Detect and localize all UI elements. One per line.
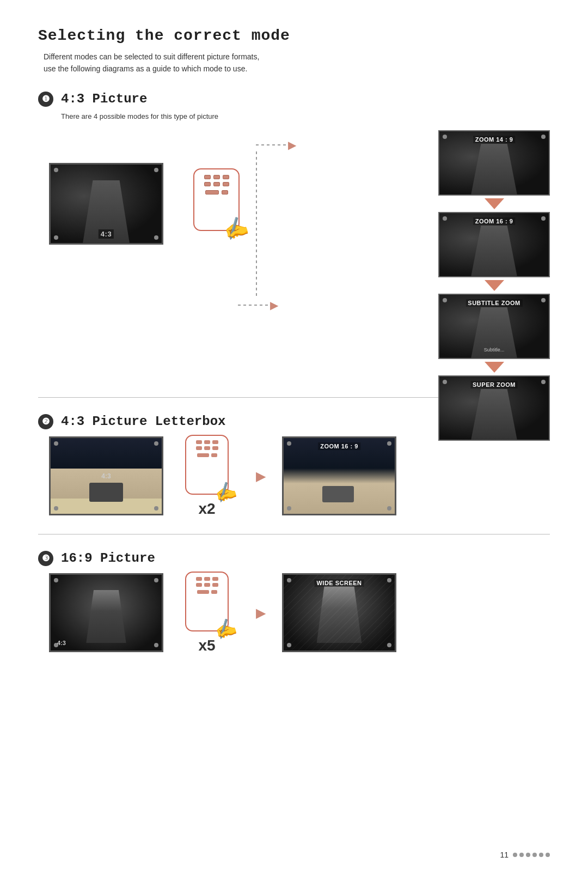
arrow-3 [485,362,504,373]
result-screen-2-main: ZOOM 16 : 9 [282,436,396,515]
arrow-right-2: ▶ [256,469,266,484]
section-1-header: ❶ 4:3 Picture [38,92,550,107]
page-number: 11 [500,850,509,859]
intro-text: Different modes can be selected to suit … [44,51,550,75]
section-3-remote: ✍ x5 [185,572,229,654]
section-3-title: 16:9 Picture [61,551,155,566]
source-screen-2: 4:3 [49,436,163,515]
section-2-content: 4:3 [49,435,550,518]
source-label-2: 4:3 [101,472,111,480]
source-label-3: 4:3 [57,640,66,646]
section-1-title: 4:3 Picture [61,92,147,106]
source-label-1: 4:3 [99,229,114,239]
section-3-number: ❸ [38,551,53,566]
arrow-1 [485,198,504,209]
section-1-results: ZOOM 14 : 9 ZOOM 16 : 9 [438,130,550,441]
mode-label-4: SUPER ZOOM [470,381,518,388]
mode-label-1: ZOOM 14 : 9 [473,136,516,143]
section-3: ❸ 16:9 Picture 4:3 [38,551,550,654]
mode-label-3: SUBTITLE ZOOM [465,299,522,307]
remote-illustration-1: ✍ [193,168,240,231]
source-screen-1: 4:3 [49,163,163,245]
source-screen-3: 4:3 [49,573,163,652]
multiplier-3: x5 [198,637,215,654]
result-screen-2: ZOOM 16 : 9 [438,212,550,277]
section-2-title: 4:3 Picture Letterbox [61,414,225,429]
result-screen-1: ZOOM 14 : 9 [438,130,550,196]
result-screen-4: SUPER ZOOM [438,375,550,441]
divider-2 [38,534,550,534]
dotted-connector-1: ▶ ▶ [256,138,296,312]
section-1-desc: There are 4 possible modes for this type… [61,112,550,120]
section-1-number: ❶ [38,92,53,107]
main-title: Selecting the correct mode [38,27,550,44]
section-3-content: 4:3 [49,572,550,654]
arrow-right-3: ▶ [256,605,266,621]
result-screen-3: SUBTITLE ZOOM Subtitle... [438,294,550,359]
result-screen-3-main: WIDE SCREEN [282,573,396,652]
page-content: Selecting the correct mode Different mod… [0,0,588,687]
section-3-header: ❸ 16:9 Picture [38,551,550,566]
arrow-2 [485,280,504,291]
section-1-source: 4:3 [49,163,163,245]
section-1-remote: ✍ [193,168,240,231]
section-1: ❶ 4:3 Picture There are 4 possible modes… [38,92,550,381]
section-1-content: 4:3 [38,130,550,381]
multiplier-2: x2 [198,500,215,518]
page-dots [513,853,550,857]
section-2-number: ❷ [38,414,53,429]
mode-label-2: ZOOM 16 : 9 [473,217,516,225]
page-number-area: 11 [500,850,550,859]
mode-label-s3: WIDE SCREEN [314,579,364,587]
section-2-remote: ✍ x2 [185,435,229,518]
mode-label-s2: ZOOM 16 : 9 [318,442,360,450]
subtitle-text: Subtitle... [484,347,505,353]
